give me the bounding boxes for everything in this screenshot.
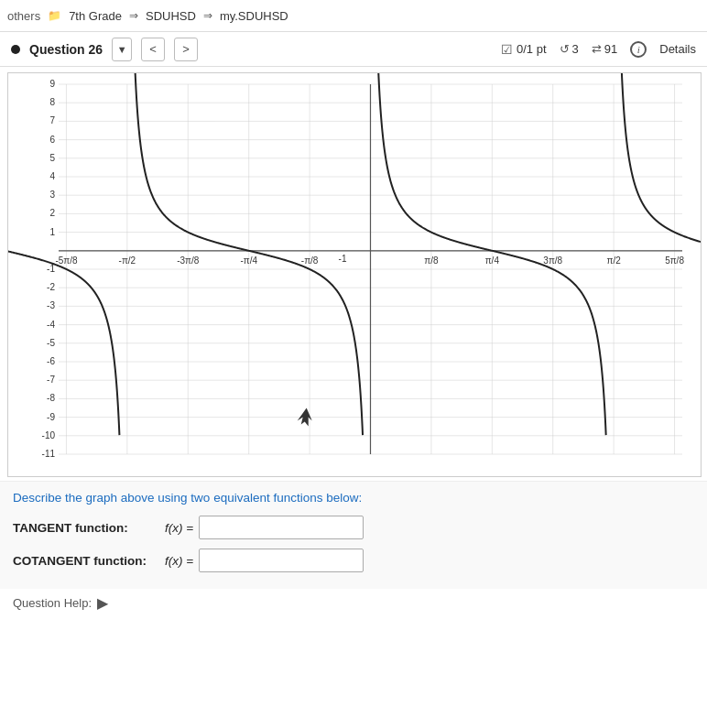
mysb-label[interactable]: my.SDUHSD — [220, 9, 288, 23]
top-bar: others 📁 7th Grade ⇒ SDUHSD ⇒ my.SDUHSD — [0, 0, 707, 32]
sduhsd-label[interactable]: SDUHSD — [146, 9, 196, 23]
details-link[interactable]: Details — [659, 42, 696, 56]
question-dropdown-btn[interactable]: ▼ — [112, 38, 132, 61]
folder-icon: 📁 — [48, 9, 61, 22]
question-help-row: Question Help: ▶ — [0, 589, 707, 617]
score-value: 0/1 pt — [517, 42, 547, 56]
question-label: Question 26 — [29, 42, 103, 57]
tangent-label: TANGENT function: — [13, 521, 159, 535]
cotangent-label: COTANGENT function: — [13, 554, 159, 568]
graph-canvas — [7, 72, 702, 477]
sync-section: ⇄ 91 — [592, 42, 617, 56]
description-section: Describe the graph above using two equiv… — [0, 481, 707, 589]
others-link[interactable]: others — [7, 9, 40, 23]
help-video-icon[interactable]: ▶ — [97, 594, 108, 612]
arrow-separator-1: ⇒ — [129, 9, 138, 22]
tangent-input[interactable] — [199, 516, 364, 539]
score-badge: ☑ 0/1 pt — [501, 42, 547, 57]
graph-area — [0, 67, 707, 481]
right-info: ☑ 0/1 pt ↺ 3 ⇄ 91 i Details — [501, 41, 696, 58]
arrow-separator-2: ⇒ — [203, 9, 212, 22]
question-header: Question 26 ▼ < > ☑ 0/1 pt ↺ 3 ⇄ 91 i De… — [0, 32, 707, 67]
grade-label[interactable]: 7th Grade — [69, 9, 122, 23]
tangent-row: TANGENT function: f(x) = — [13, 516, 694, 539]
question-help-label: Question Help: — [13, 596, 92, 610]
retry-count: 3 — [572, 42, 579, 56]
cotangent-input[interactable] — [199, 549, 364, 572]
checkbox-icon: ☑ — [501, 42, 513, 57]
retry-section: ↺ 3 — [560, 42, 579, 56]
question-status-dot — [11, 45, 20, 54]
tangent-eq: f(x) = — [165, 521, 193, 535]
prev-question-btn[interactable]: < — [141, 38, 165, 61]
describe-text: Describe the graph above using two equiv… — [13, 491, 694, 505]
info-icon[interactable]: i — [630, 41, 647, 58]
sync-icon: ⇄ — [592, 42, 602, 56]
cotangent-eq: f(x) = — [165, 554, 193, 568]
cotangent-row: COTANGENT function: f(x) = — [13, 549, 694, 572]
sync-count: 91 — [604, 42, 617, 56]
next-question-btn[interactable]: > — [174, 38, 198, 61]
retry-icon: ↺ — [560, 42, 570, 56]
